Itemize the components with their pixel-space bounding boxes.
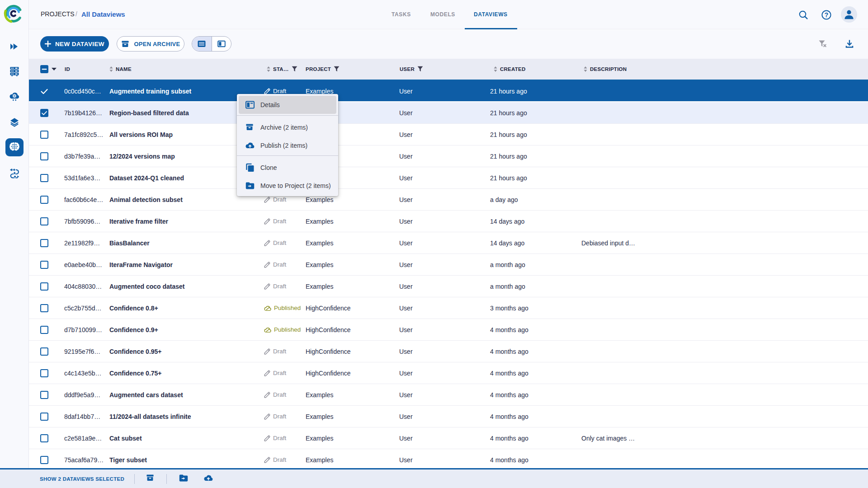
svg-text:?: ? (825, 11, 829, 19)
